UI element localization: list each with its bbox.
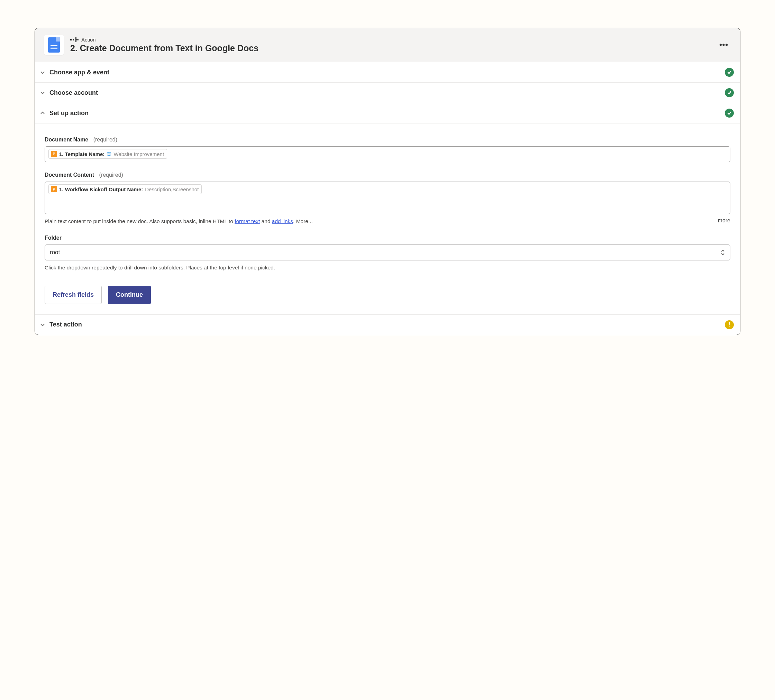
document-content-input[interactable]: P 1. Workflow Kickoff Output Name: Descr… xyxy=(45,182,730,214)
mapped-field-pill[interactable]: P 1. Workflow Kickoff Output Name: Descr… xyxy=(48,184,202,194)
folder-select-value: root xyxy=(45,245,715,260)
pill-key: 1. Workflow Kickoff Output Name: xyxy=(59,186,143,192)
card-header: Action 2. Create Document from Text in G… xyxy=(35,28,740,62)
section-choose-app-event[interactable]: Choose app & event xyxy=(35,62,740,83)
section-setup-action[interactable]: Set up action xyxy=(35,103,740,123)
status-complete-icon xyxy=(725,88,734,97)
chevron-up-icon xyxy=(40,110,45,116)
status-complete-icon xyxy=(725,68,734,77)
header-kicker: Action xyxy=(70,36,710,43)
refresh-fields-button[interactable]: Refresh fields xyxy=(45,286,102,304)
help-text: Plain text content to put inside the new… xyxy=(45,217,313,225)
section-label: Test action xyxy=(50,321,721,328)
step-menu-button[interactable]: ••• xyxy=(717,38,731,52)
section-label: Set up action xyxy=(50,109,721,117)
svg-rect-3 xyxy=(77,39,78,40)
document-name-input[interactable]: P 1. Template Name: Website Improvement xyxy=(45,146,730,162)
required-hint: (required) xyxy=(93,137,117,143)
svg-rect-0 xyxy=(70,39,72,40)
svg-rect-2 xyxy=(75,37,77,42)
status-warning-icon: ! xyxy=(725,320,734,329)
section-choose-account[interactable]: Choose account xyxy=(35,83,740,103)
header-text: Action 2. Create Document from Text in G… xyxy=(70,36,710,53)
field-label: Folder xyxy=(45,235,62,241)
mapped-field-pill[interactable]: P 1. Template Name: Website Improvement xyxy=(48,149,167,159)
kicker-label: Action xyxy=(81,36,96,43)
section-label: Choose account xyxy=(50,89,721,96)
chevron-down-icon xyxy=(40,322,45,327)
chevron-down-icon xyxy=(40,90,45,95)
button-row: Refresh fields Continue xyxy=(45,286,730,304)
format-text-link[interactable]: format text xyxy=(234,218,260,224)
globe-icon xyxy=(106,151,111,156)
app-icon-google-docs xyxy=(44,35,64,55)
svg-rect-1 xyxy=(73,39,74,40)
field-document-content: Document Content (required) P 1. Workflo… xyxy=(45,172,730,225)
field-document-name: Document Name (required) P 1. Template N… xyxy=(45,137,730,162)
folder-select-toggle[interactable] xyxy=(715,245,730,260)
required-hint: (required) xyxy=(99,172,123,178)
step-title: 2. Create Document from Text in Google D… xyxy=(70,43,710,53)
help-text: Click the dropdown repeatedly to drill d… xyxy=(45,264,730,272)
field-label: Document Content xyxy=(45,172,94,178)
pill-source-icon: P xyxy=(51,151,57,157)
action-glyph-icon xyxy=(70,37,78,42)
action-step-card: Action 2. Create Document from Text in G… xyxy=(35,28,740,335)
pill-key: 1. Template Name: xyxy=(59,151,105,157)
section-test-action[interactable]: Test action ! xyxy=(35,315,740,335)
continue-button[interactable]: Continue xyxy=(108,286,151,304)
section-label: Choose app & event xyxy=(50,69,721,76)
pill-value: Description,Screenshot xyxy=(145,186,199,192)
google-docs-icon xyxy=(48,37,60,53)
field-label: Document Name xyxy=(45,137,88,143)
add-links-link[interactable]: add links xyxy=(272,218,293,224)
setup-action-form: Document Name (required) P 1. Template N… xyxy=(35,123,740,315)
status-complete-icon xyxy=(725,109,734,118)
more-link[interactable]: more xyxy=(718,217,730,224)
field-folder: Folder root Click the dropdown repeatedl… xyxy=(45,235,730,272)
pill-source-icon: P xyxy=(51,186,57,192)
chevron-down-icon xyxy=(40,70,45,75)
folder-select[interactable]: root xyxy=(45,244,730,260)
help-row: Plain text content to put inside the new… xyxy=(45,217,730,225)
pill-value: Website Improvement xyxy=(113,151,164,157)
